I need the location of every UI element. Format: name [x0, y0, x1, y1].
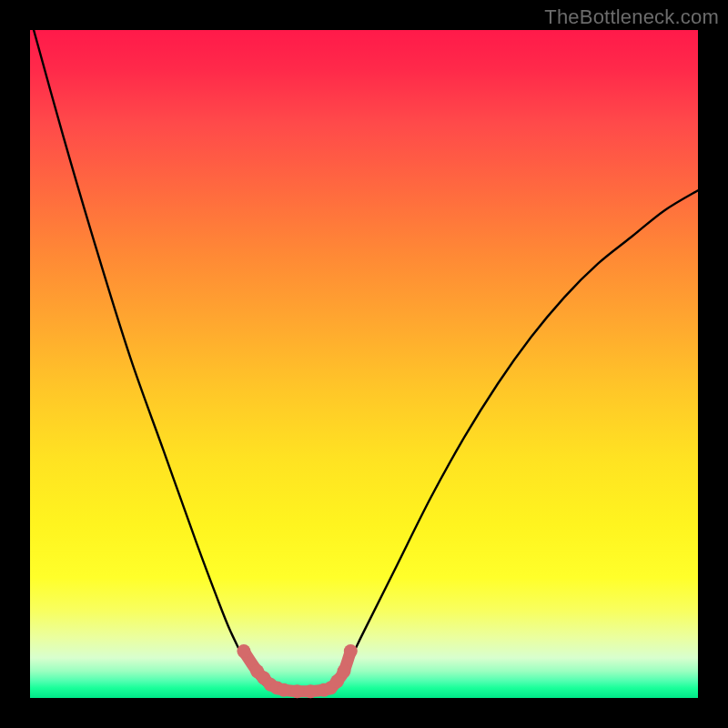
marker-dot: [304, 684, 318, 698]
marker-dot: [290, 684, 304, 698]
bottom-marker-group: [237, 644, 357, 698]
marker-dot: [277, 683, 290, 697]
marker-dot: [237, 644, 250, 658]
chart-frame: TheBottleneck.com: [0, 0, 728, 728]
curve-line: [30, 16, 698, 692]
marker-dot: [338, 664, 351, 678]
chart-svg: [30, 30, 698, 698]
marker-dot: [344, 644, 358, 658]
watermark-text: TheBottleneck.com: [544, 5, 719, 29]
plot-area: [30, 30, 698, 698]
